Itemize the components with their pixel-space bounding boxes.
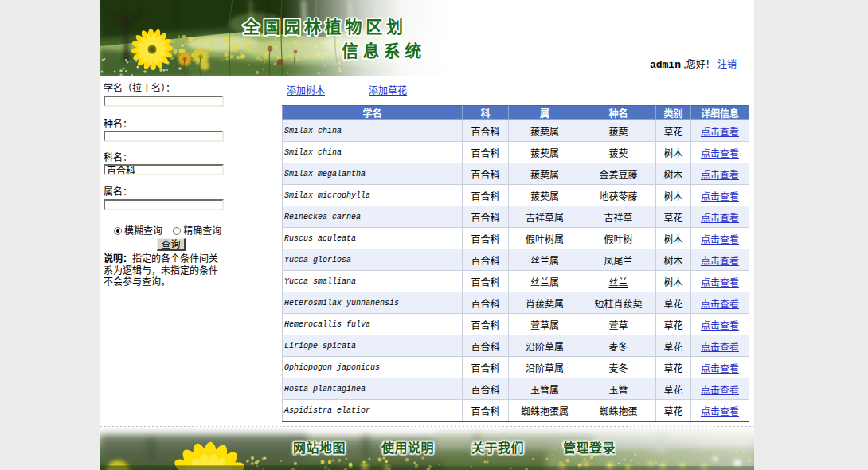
svg-text:全国园林植物区划: 全国园林植物区划 — [242, 18, 407, 36]
svg-text:信息系统: 信息系统 — [342, 41, 426, 60]
